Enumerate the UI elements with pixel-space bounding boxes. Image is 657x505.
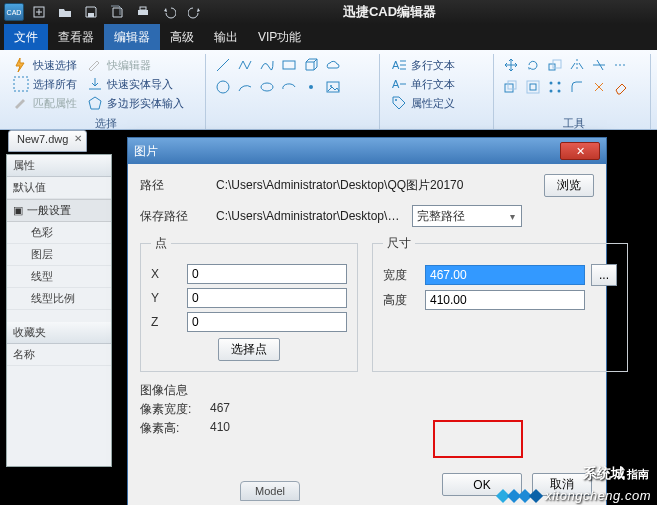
svg-marker-7: [89, 97, 101, 109]
saveall-icon[interactable]: [106, 3, 128, 21]
point-icon[interactable]: [302, 78, 320, 96]
save-icon[interactable]: [80, 3, 102, 21]
stext-icon: A: [391, 76, 407, 92]
save-path-value: C:\Users\Administrator\Desktop\QQ图片2: [216, 208, 406, 225]
attrdef-button[interactable]: 属性定义: [388, 94, 487, 112]
properties-header: 属性: [7, 155, 111, 177]
select-all-button[interactable]: 选择所有: [10, 75, 80, 93]
menu-output[interactable]: 输出: [204, 24, 248, 50]
pick-point-button[interactable]: 选择点: [218, 338, 280, 361]
line-icon[interactable]: [214, 56, 232, 74]
image-icon[interactable]: [324, 78, 342, 96]
box3d-icon[interactable]: [302, 56, 320, 74]
fillet-icon[interactable]: [568, 78, 586, 96]
y-input[interactable]: [187, 288, 347, 308]
stext-button[interactable]: A单行文本: [388, 75, 487, 93]
watermark-zh: 系统城指南: [583, 465, 649, 483]
row-linescale[interactable]: 线型比例: [7, 288, 111, 310]
dialog-title: 图片: [134, 143, 560, 160]
path-value: C:\Users\Administrator\Desktop\QQ图片20170: [216, 177, 538, 194]
svg-line-8: [217, 59, 229, 71]
draw-tools: [214, 56, 373, 98]
px-height-value: 410: [210, 420, 230, 437]
circle-icon[interactable]: [214, 78, 232, 96]
ribbon-group-select: 选择: [6, 116, 205, 130]
row-name[interactable]: 名称: [7, 344, 111, 366]
svg-point-12: [309, 85, 313, 89]
svg-rect-24: [505, 84, 513, 92]
ribbon-group-tools: 工具: [498, 116, 650, 130]
row-linetype[interactable]: 线型: [7, 266, 111, 288]
browse-button[interactable]: 浏览: [544, 174, 594, 197]
new-icon[interactable]: [28, 3, 50, 21]
height-label: 高度: [383, 292, 419, 309]
section-general[interactable]: ▣一般设置: [7, 199, 111, 222]
move-icon[interactable]: [502, 56, 520, 74]
select-value: 完整路径: [417, 208, 465, 225]
more-button[interactable]: ...: [591, 264, 617, 286]
document-tab[interactable]: New7.dwg ✕: [8, 130, 87, 152]
default-row[interactable]: 默认值: [7, 177, 111, 199]
label: 单行文本: [411, 77, 455, 92]
offset-icon[interactable]: [524, 78, 542, 96]
lightning-icon: [13, 57, 29, 73]
array-icon[interactable]: [546, 78, 564, 96]
width-label: 宽度: [383, 267, 419, 284]
quick-select-button[interactable]: 快速选择: [10, 56, 80, 74]
close-icon[interactable]: ✕: [560, 142, 600, 160]
x-input[interactable]: [187, 264, 347, 284]
redo-icon[interactable]: [184, 3, 206, 21]
close-tab-icon[interactable]: ✕: [74, 133, 82, 144]
point-fieldset: 点 X Y Z 选择点: [140, 235, 358, 372]
svg-rect-27: [530, 84, 536, 90]
rotate-icon[interactable]: [524, 56, 542, 74]
open-icon[interactable]: [54, 3, 76, 21]
mirror-icon[interactable]: [568, 56, 586, 74]
model-tab[interactable]: Model: [240, 481, 300, 501]
undo-icon[interactable]: [158, 3, 180, 21]
copy-icon[interactable]: [502, 78, 520, 96]
polyline-icon[interactable]: [236, 56, 254, 74]
height-input[interactable]: [425, 290, 585, 310]
app-logo-icon: CAD: [4, 3, 24, 21]
ellipse-arc-icon[interactable]: [280, 78, 298, 96]
menu-advanced[interactable]: 高级: [160, 24, 204, 50]
width-input[interactable]: [425, 265, 585, 285]
explode-icon[interactable]: [590, 78, 608, 96]
extend-icon[interactable]: [612, 56, 630, 74]
rect-icon[interactable]: [280, 56, 298, 74]
row-layer[interactable]: 图层: [7, 244, 111, 266]
scale-icon[interactable]: [546, 56, 564, 74]
x-label: X: [151, 267, 181, 281]
ellipse-icon[interactable]: [258, 78, 276, 96]
dialog-titlebar[interactable]: 图片 ✕: [128, 138, 606, 164]
quick-editor-button: 快编辑器: [84, 56, 187, 74]
menu-bar: 文件 查看器 编辑器 高级 输出 VIP功能: [0, 24, 657, 50]
save-mode-select[interactable]: 完整路径: [412, 205, 522, 227]
menu-editor[interactable]: 编辑器: [104, 24, 160, 50]
mtext-button[interactable]: A多行文本: [388, 56, 487, 74]
polygon-input-button[interactable]: 多边形实体输入: [84, 94, 187, 112]
svg-point-31: [558, 90, 561, 93]
mtext-icon: A: [391, 57, 407, 73]
trim-icon[interactable]: [590, 56, 608, 74]
menu-viewer[interactable]: 查看器: [48, 24, 104, 50]
fast-import-button[interactable]: 快速实体导入: [84, 75, 187, 93]
label: 快编辑器: [107, 58, 151, 73]
erase-icon[interactable]: [612, 78, 630, 96]
menu-vip[interactable]: VIP功能: [248, 24, 311, 50]
info-legend: 图像信息: [140, 382, 594, 399]
svg-rect-3: [88, 13, 94, 17]
row-color[interactable]: 色彩: [7, 222, 111, 244]
point-legend: 点: [151, 235, 171, 252]
image-dialog: 图片 ✕ 路径 C:\Users\Administrator\Desktop\Q…: [127, 137, 607, 505]
menu-file[interactable]: 文件: [4, 24, 48, 50]
arc-icon[interactable]: [236, 78, 254, 96]
favorites-header: 收藏夹: [7, 322, 111, 344]
px-width-value: 467: [210, 401, 230, 418]
spline-icon[interactable]: [258, 56, 276, 74]
print-icon[interactable]: [132, 3, 154, 21]
z-input[interactable]: [187, 312, 347, 332]
cloud-icon[interactable]: [324, 56, 342, 74]
collapse-icon: ▣: [13, 204, 23, 217]
